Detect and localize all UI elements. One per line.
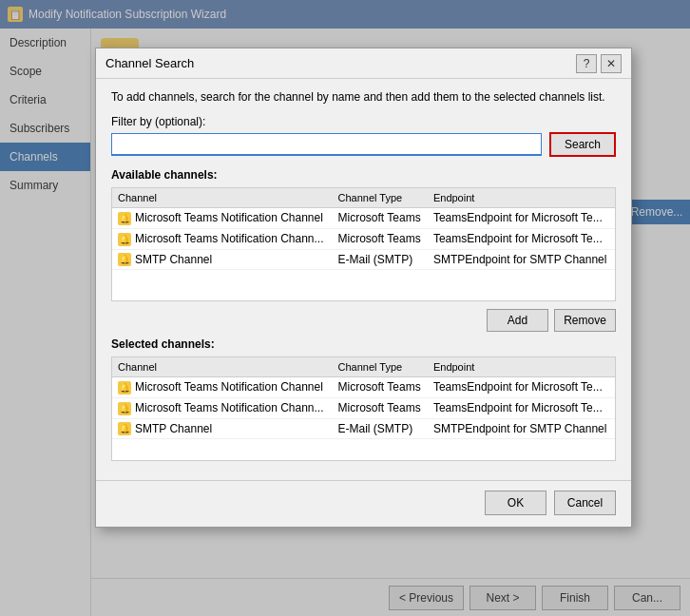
available-channel-row[interactable]: 🔔Microsoft Teams Notification Channel Mi… (112, 208, 615, 229)
avail-channel-name: 🔔SMTP Channel (112, 249, 333, 270)
modal-title: Channel Search (105, 56, 194, 70)
search-button[interactable]: Search (549, 132, 616, 157)
selected-channels-table: Channel Channel Type Endpoint 🔔Microsoft… (112, 357, 615, 439)
col-channel-type-header: Channel Type (333, 188, 428, 208)
modal-cancel-button[interactable]: Cancel (554, 491, 616, 515)
col-channel-header: Channel (112, 188, 333, 208)
filter-input[interactable] (111, 133, 542, 156)
close-button[interactable]: ✕ (601, 54, 622, 73)
sel-channel-type: Microsoft Teams (333, 377, 428, 398)
sel-channel-name: 🔔SMTP Channel (112, 418, 333, 439)
ok-button[interactable]: OK (485, 491, 546, 515)
channel-icon: 🔔 (118, 253, 131, 266)
sel-channel-type: Microsoft Teams (333, 397, 428, 418)
avail-channel-type: Microsoft Teams (333, 208, 428, 229)
channel-icon: 🔔 (118, 402, 131, 415)
filter-label: Filter by (optional): (111, 115, 616, 128)
avail-channel-name: 🔔Microsoft Teams Notification Channel (112, 208, 333, 229)
sel-channel-name: 🔔Microsoft Teams Notification Chann... (112, 397, 333, 418)
channel-icon: 🔔 (118, 381, 131, 395)
channel-search-dialog: Channel Search ? ✕ To add channels, sear… (95, 48, 632, 528)
selected-channel-row[interactable]: 🔔SMTP Channel E-Mail (SMTP) SMTPEndpoint… (112, 418, 615, 439)
selected-channels-label: Selected channels: (111, 337, 616, 351)
avail-channel-endpoint: TeamsEndpoint for Microsoft Te... (428, 228, 615, 249)
selected-channel-row[interactable]: 🔔Microsoft Teams Notification Channel Mi… (112, 377, 615, 398)
remove-channel-button[interactable]: Remove (554, 309, 616, 332)
available-action-buttons: Add Remove (111, 309, 616, 332)
available-channels-label: Available channels: (111, 168, 616, 182)
available-channel-row[interactable]: 🔔SMTP Channel E-Mail (SMTP) SMTPEndpoint… (112, 249, 615, 270)
channel-icon: 🔔 (118, 212, 131, 225)
modal-body: To add channels, search for the channel … (96, 79, 631, 480)
avail-channel-endpoint: TeamsEndpoint for Microsoft Te... (428, 208, 615, 229)
sel-channel-endpoint: TeamsEndpoint for Microsoft Te... (428, 397, 615, 418)
modal-title-bar: Channel Search ? ✕ (96, 48, 631, 79)
available-channels-table-container: Channel Channel Type Endpoint 🔔Microsoft… (111, 187, 616, 301)
sel-channel-type: E-Mail (SMTP) (333, 418, 428, 439)
selected-channels-table-container: Channel Channel Type Endpoint 🔔Microsoft… (111, 356, 616, 461)
avail-channel-type: E-Mail (SMTP) (333, 249, 428, 270)
avail-channel-endpoint: SMTPEndpoint for SMTP Channel (428, 249, 615, 270)
col-endpoint-header: Endpoint (428, 188, 615, 208)
channel-icon: 🔔 (118, 422, 131, 435)
sel-channel-name: 🔔Microsoft Teams Notification Channel (112, 377, 333, 398)
modal-footer: OK Cancel (96, 480, 631, 527)
sel-channel-endpoint: TeamsEndpoint for Microsoft Te... (428, 377, 615, 398)
help-button[interactable]: ? (576, 54, 597, 73)
sel-channel-endpoint: SMTPEndpoint for SMTP Channel (428, 418, 615, 439)
sel-col-channel-header: Channel (112, 357, 333, 377)
filter-row: Search (111, 132, 616, 157)
available-channel-row[interactable]: 🔔Microsoft Teams Notification Chann... M… (112, 228, 615, 249)
modal-title-controls: ? ✕ (576, 54, 622, 73)
available-channels-table: Channel Channel Type Endpoint 🔔Microsoft… (112, 188, 615, 270)
avail-channel-name: 🔔Microsoft Teams Notification Chann... (112, 228, 333, 249)
app-window: 📋 Modify Notification Subscription Wizar… (0, 0, 690, 616)
channel-icon: 🔔 (118, 233, 131, 246)
selected-channel-row[interactable]: 🔔Microsoft Teams Notification Chann... M… (112, 397, 615, 418)
add-channel-button[interactable]: Add (487, 309, 548, 332)
sel-col-endpoint-header: Endpoint (428, 357, 615, 377)
avail-channel-type: Microsoft Teams (333, 228, 428, 249)
modal-instruction: To add channels, search for the channel … (111, 90, 616, 104)
sel-col-channel-type-header: Channel Type (333, 357, 428, 377)
